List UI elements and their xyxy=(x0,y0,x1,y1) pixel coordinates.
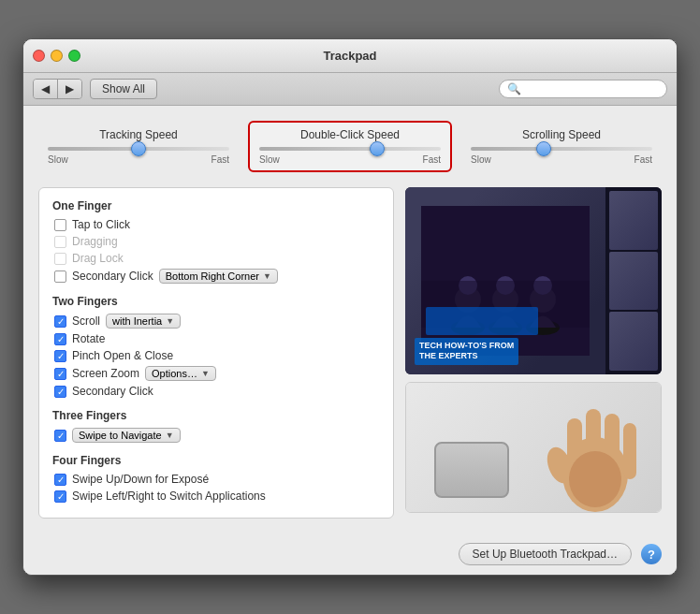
main-window: Trackpad ◀ ▶ Show All 🔍 Tracking Speed S… xyxy=(22,38,678,576)
drag-lock-row: Drag Lock xyxy=(52,252,380,265)
pinch-checkbox[interactable]: ✓ xyxy=(54,350,66,362)
screen-zoom-dropdown[interactable]: Options… ▼ xyxy=(145,366,216,381)
show-all-button[interactable]: Show All xyxy=(90,79,157,99)
one-finger-section-title: One Finger xyxy=(52,199,380,212)
scrolling-speed-control: Scrolling Speed Slow Fast xyxy=(461,121,662,172)
swipe-apps-row: ✓ Swipe Left/Right to Switch Application… xyxy=(52,490,380,503)
media-image-group: TECH HOW-TO'S FROM THE EXPERTS xyxy=(405,187,662,374)
swipe-expose-row: ✓ Swipe Up/Down for Exposé xyxy=(52,473,380,486)
three-finger-swipe-dropdown-arrow: ▼ xyxy=(166,431,174,440)
content-area: Tracking Speed Slow Fast Double-Click Sp… xyxy=(23,106,677,534)
search-box: 🔍 xyxy=(499,80,667,98)
speed-section: Tracking Speed Slow Fast Double-Click Sp… xyxy=(38,121,662,172)
maximize-button[interactable] xyxy=(68,50,80,62)
screen-zoom-label: Screen Zoom xyxy=(72,367,139,380)
media-main-image: TECH HOW-TO'S FROM THE EXPERTS xyxy=(405,187,605,374)
settings-panel: One Finger Tap to Click Dragging Drag Lo… xyxy=(38,187,394,519)
three-finger-swipe-dropdown-value: Swipe to Navigate xyxy=(79,430,162,441)
help-button[interactable]: ? xyxy=(641,544,662,564)
media-overlay-line2: THE EXPERTS xyxy=(419,351,478,360)
dragging-checkbox[interactable] xyxy=(54,236,66,248)
secondary-click-two-finger-checkbox[interactable]: ✓ xyxy=(54,386,66,398)
tracking-speed-control: Tracking Speed Slow Fast xyxy=(38,121,239,172)
secondary-click-one-finger-checkbox[interactable] xyxy=(54,270,66,283)
tap-to-click-row: Tap to Click xyxy=(52,218,380,231)
media-thumbnail-sidebar xyxy=(605,187,662,374)
swipe-apps-label: Swipe Left/Right to Switch Applications xyxy=(72,490,266,503)
secondary-click-dropdown-arrow: ▼ xyxy=(263,271,271,281)
tap-to-click-label: Tap to Click xyxy=(72,218,130,231)
hand-trackpad-area xyxy=(406,383,661,512)
swipe-expose-checkbox[interactable]: ✓ xyxy=(54,474,66,486)
double-click-speed-labels: Slow Fast xyxy=(259,154,441,165)
search-icon: 🔍 xyxy=(507,82,521,95)
secondary-click-two-finger-label: Secondary Click xyxy=(72,385,153,398)
main-content-row: One Finger Tap to Click Dragging Drag Lo… xyxy=(38,187,662,519)
three-fingers-section-title: Three Fingers xyxy=(52,409,380,422)
svg-rect-16 xyxy=(623,423,636,479)
window-buttons xyxy=(33,50,80,62)
scrolling-fast-label: Fast xyxy=(634,154,652,165)
double-click-speed-control: Double-Click Speed Slow Fast xyxy=(248,121,452,172)
pinch-label: Pinch Open & Close xyxy=(72,349,173,362)
rotate-label: Rotate xyxy=(72,332,105,345)
bluetooth-trackpad-button[interactable]: Set Up Bluetooth Trackpad… xyxy=(459,543,632,565)
titlebar: Trackpad xyxy=(23,39,677,73)
secondary-click-one-finger-row: Secondary Click Bottom Right Corner ▼ xyxy=(52,269,380,284)
toolbar: ◀ ▶ Show All 🔍 xyxy=(23,73,677,106)
double-click-speed-label: Double-Click Speed xyxy=(300,128,400,141)
double-click-fast-label: Fast xyxy=(423,154,441,165)
three-finger-swipe-dropdown[interactable]: Swipe to Navigate ▼ xyxy=(72,428,181,443)
scroll-dropdown[interactable]: with Inertia ▼ xyxy=(106,314,181,329)
hand-svg xyxy=(539,390,651,512)
minimize-button[interactable] xyxy=(51,50,63,62)
scroll-dropdown-value: with Inertia xyxy=(112,315,162,327)
double-click-speed-thumb[interactable] xyxy=(370,141,385,156)
screen-zoom-dropdown-arrow: ▼ xyxy=(201,369,210,378)
scroll-dropdown-arrow: ▼ xyxy=(166,316,174,326)
dragging-label: Dragging xyxy=(72,235,118,248)
swipe-apps-checkbox[interactable]: ✓ xyxy=(54,490,66,503)
scrolling-speed-label: Scrolling Speed xyxy=(522,128,601,141)
screen-zoom-checkbox[interactable]: ✓ xyxy=(54,368,66,380)
secondary-click-dropdown[interactable]: Bottom Right Corner ▼ xyxy=(159,269,278,284)
media-overlay-text: TECH HOW-TO'S FROM THE EXPERTS xyxy=(415,338,518,365)
tracking-speed-track xyxy=(48,147,229,151)
trackpad-preview xyxy=(405,382,662,513)
media-video-area: TECH HOW-TO'S FROM THE EXPERTS xyxy=(405,187,662,374)
tap-to-click-checkbox[interactable] xyxy=(54,219,66,231)
media-thumb-3 xyxy=(609,312,658,371)
three-finger-swipe-checkbox[interactable]: ✓ xyxy=(54,430,66,442)
nav-buttons: ◀ ▶ xyxy=(33,79,82,99)
bottom-bar: Set Up Bluetooth Trackpad… ? xyxy=(23,534,677,575)
four-fingers-section-title: Four Fingers xyxy=(52,454,380,467)
scrolling-slow-label: Slow xyxy=(471,154,491,165)
window-title: Trackpad xyxy=(323,49,376,63)
dragging-row: Dragging xyxy=(52,235,380,248)
screen-zoom-dropdown-value: Options… xyxy=(152,368,197,379)
tracking-speed-thumb[interactable] xyxy=(131,141,146,156)
nav-back-button[interactable]: ◀ xyxy=(34,80,58,98)
screen-zoom-row: ✓ Screen Zoom Options… ▼ xyxy=(52,366,380,381)
drag-lock-label: Drag Lock xyxy=(72,252,124,265)
rotate-checkbox[interactable]: ✓ xyxy=(54,333,66,345)
scrolling-speed-labels: Slow Fast xyxy=(471,154,652,165)
tracking-fast-label: Fast xyxy=(211,154,229,165)
tracking-speed-label: Tracking Speed xyxy=(99,128,178,141)
secondary-click-dropdown-value: Bottom Right Corner xyxy=(166,270,259,282)
nav-forward-button[interactable]: ▶ xyxy=(58,80,81,98)
tracking-slow-label: Slow xyxy=(48,154,68,165)
secondary-click-two-finger-row: ✓ Secondary Click xyxy=(52,385,380,398)
drag-lock-checkbox[interactable] xyxy=(54,253,66,265)
media-thumb-2 xyxy=(609,252,658,311)
three-finger-swipe-row: ✓ Swipe to Navigate ▼ xyxy=(52,428,380,443)
trackpad-device xyxy=(434,442,509,498)
search-input[interactable] xyxy=(525,82,659,95)
scrolling-speed-thumb[interactable] xyxy=(536,141,551,156)
scroll-checkbox[interactable]: ✓ xyxy=(54,315,66,328)
pinch-row: ✓ Pinch Open & Close xyxy=(52,349,380,362)
svg-rect-11 xyxy=(426,307,538,335)
media-thumb-1 xyxy=(609,191,658,250)
svg-point-18 xyxy=(569,451,621,507)
close-button[interactable] xyxy=(33,50,45,62)
